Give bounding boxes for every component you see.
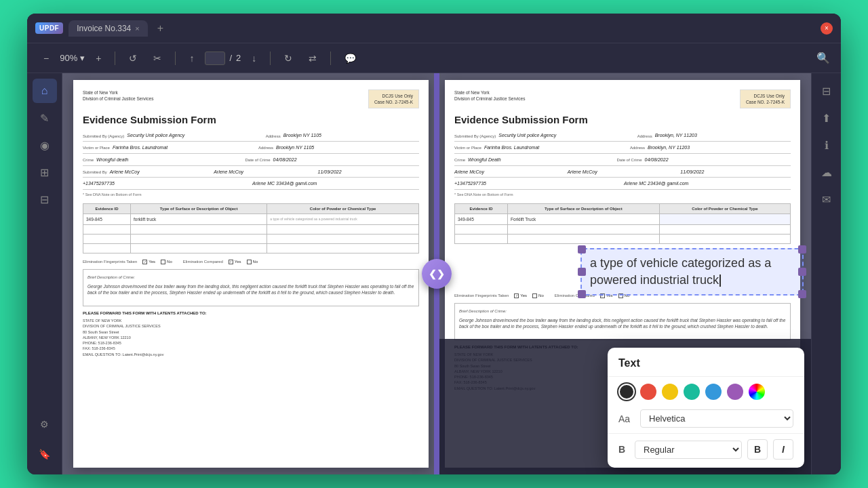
left-elim-no-box[interactable] bbox=[247, 260, 252, 264]
annotation-line2: powered industrial truck bbox=[590, 273, 719, 287]
bold-button[interactable]: B bbox=[747, 439, 768, 460]
right-date2: 11/09/2022 bbox=[680, 169, 791, 176]
italic-button[interactable]: I bbox=[773, 439, 793, 460]
zoom-in-button[interactable]: + bbox=[90, 50, 106, 66]
left-submitted-by-label: Submitted By (Agency) bbox=[83, 134, 124, 139]
font-family-row: Aa Helvetica bbox=[608, 407, 804, 434]
left-fp-no: No bbox=[161, 259, 172, 264]
sidebar-btn-home[interactable]: ⌂ bbox=[33, 79, 57, 103]
left-submittedby2-row: Submitted By Arlene McCoy Arlene McCoy 1… bbox=[83, 169, 419, 178]
left-elim-yes-box[interactable]: ✓ bbox=[229, 260, 233, 264]
zoom-in-icon: + bbox=[96, 53, 101, 64]
left-submitted-by-row: Submitted By (Agency) Security Unit poli… bbox=[83, 132, 419, 142]
right-fp-yes-box[interactable]: ✓ bbox=[514, 293, 519, 298]
left-fp-yes-box[interactable]: ✓ bbox=[142, 260, 147, 264]
left-table-header-id: Evidence ID bbox=[83, 203, 131, 214]
sidebar-btn-cloud[interactable]: ☁ bbox=[814, 160, 839, 184]
search-icon: 🔍 bbox=[816, 52, 830, 64]
title-bar-right: × bbox=[821, 22, 833, 35]
left-desc-label: Brief Description of Crime: bbox=[87, 275, 135, 279]
left-submittedby2-label: Submitted By bbox=[83, 169, 107, 175]
left-evidence-color-1: a type of vehicle categorized as a power… bbox=[267, 214, 419, 225]
sidebar-btn-settings[interactable]: ⚙ bbox=[33, 412, 57, 436]
right-evidence-id-1: 349-845 bbox=[455, 214, 508, 225]
left-table-header-color: Color of Powder or Chemical Type bbox=[267, 203, 419, 214]
sidebar-btn-edit[interactable]: ✎ bbox=[33, 106, 57, 130]
right-form-header: State of New York Division of Criminal J… bbox=[454, 89, 791, 108]
left-forward-email: EMAIL QUESTION TO: Latent.Print@dcjs.ny.… bbox=[83, 352, 419, 357]
zoom-dropdown-icon[interactable]: ▾ bbox=[80, 53, 85, 63]
annotation-handle-tr[interactable] bbox=[798, 245, 806, 253]
left-form-content: State of New York Division of Criminal J… bbox=[73, 80, 429, 363]
app-tab[interactable]: Invoice No.334 × bbox=[68, 20, 148, 37]
annotation-handle-mr[interactable] bbox=[798, 268, 806, 276]
toolbar-divider-3 bbox=[270, 52, 271, 65]
add-tab-button[interactable]: + bbox=[153, 22, 167, 35]
annotation-handle-br[interactable] bbox=[798, 290, 806, 298]
right-submittedby2-row: Arlene McCoy Arlene McCoy 11/09/2022 bbox=[454, 169, 791, 178]
color-red[interactable] bbox=[640, 384, 656, 400]
zoom-out-button[interactable]: − bbox=[38, 50, 54, 66]
toolbar-divider-2 bbox=[175, 52, 176, 65]
right-victim-label: Victim or Place bbox=[454, 145, 481, 150]
right-evidence-color-1 bbox=[659, 214, 790, 225]
left-fp-label: Elimination Fingerprints Taken bbox=[83, 259, 137, 264]
left-description-section: Brief Description of Crime: George Johns… bbox=[83, 269, 419, 306]
rotate-ccw-button[interactable]: ↺ bbox=[123, 50, 142, 66]
comment-button[interactable]: 💬 bbox=[339, 50, 361, 66]
right-evidence-table: Evidence ID Type of Surface or Descripti… bbox=[454, 203, 791, 244]
left-victim-label: Victim or Place bbox=[83, 145, 110, 150]
right-fp-yes-label: Yes bbox=[520, 293, 527, 298]
color-black[interactable] bbox=[618, 384, 635, 400]
left-fp-yes-label: Yes bbox=[149, 259, 155, 264]
annotation-handle-tl[interactable] bbox=[578, 245, 586, 253]
rotate-cw-button[interactable]: ↻ bbox=[279, 50, 298, 66]
font-aa-label: Aa bbox=[618, 413, 635, 424]
right-fp-no: No bbox=[532, 293, 544, 298]
right-fp-label: Elimination Fingerprints Taken bbox=[454, 293, 509, 298]
left-elim-no-label: No bbox=[253, 259, 258, 264]
sidebar-btn-ocr[interactable]: ⊟ bbox=[33, 187, 57, 211]
sidebar-btn-mail[interactable]: ✉ bbox=[814, 187, 839, 211]
left-addr-line2: DIVISION OF CRIMINAL JUSTICE SERVICES bbox=[83, 323, 419, 329]
color-yellow[interactable] bbox=[662, 384, 678, 400]
sidebar-btn-annotate[interactable]: ◉ bbox=[33, 133, 57, 157]
page-number-input[interactable]: 1 bbox=[205, 52, 225, 65]
right-fp-no-box[interactable] bbox=[532, 293, 537, 298]
crop-button[interactable]: ✂ bbox=[148, 50, 167, 66]
color-gradient[interactable] bbox=[749, 384, 765, 400]
left-addr-line1: STATE OF NEW YORK bbox=[83, 318, 419, 323]
annotation-handle-ml[interactable] bbox=[578, 268, 586, 276]
right-table-header-color: Color of Powder or Chemical Type bbox=[659, 203, 790, 214]
color-teal[interactable] bbox=[684, 384, 700, 400]
color-purple[interactable] bbox=[727, 384, 743, 400]
left-fp-no-box[interactable] bbox=[161, 260, 165, 264]
tab-close-button[interactable]: × bbox=[135, 24, 139, 33]
left-elim-yes: ✓ Yes bbox=[229, 259, 241, 264]
flip-button[interactable]: ⇄ bbox=[303, 50, 322, 66]
right-submitted-by-row: Submitted By (Agency) Security Unit poli… bbox=[454, 132, 791, 142]
prev-page-button[interactable]: ↑ bbox=[184, 50, 199, 66]
right-fp-no-label: No bbox=[538, 293, 544, 298]
right-address-value: Brooklyn, NY 11203 bbox=[655, 132, 791, 139]
left-telephone: +13475297735 bbox=[83, 180, 250, 187]
left-table-row-2 bbox=[83, 225, 419, 235]
sidebar-btn-thumbnail[interactable]: ⊟ bbox=[814, 79, 839, 103]
left-form-header: State of New York Division of Criminal J… bbox=[83, 89, 419, 108]
window-close-button[interactable]: × bbox=[821, 22, 833, 35]
left-table-row-3 bbox=[83, 235, 419, 244]
left-date2: 11/09/2022 bbox=[318, 169, 419, 176]
right-submitted-by-value: Security Unit police Agency bbox=[498, 132, 634, 139]
font-style-select[interactable]: Regular bbox=[635, 441, 742, 459]
search-button[interactable]: 🔍 bbox=[816, 52, 830, 64]
sidebar-btn-bookmark[interactable]: 🔖 bbox=[33, 442, 57, 466]
sidebar-btn-info[interactable]: ℹ bbox=[814, 133, 839, 157]
color-blue[interactable] bbox=[705, 384, 722, 400]
sidebar-btn-export[interactable]: ⬆ bbox=[814, 106, 839, 130]
text-annotation-box[interactable]: a type of vehicle categorized as a power… bbox=[580, 248, 804, 296]
nav-circle[interactable]: ❮ ❯ bbox=[422, 259, 452, 289]
annotation-handle-bl[interactable] bbox=[578, 290, 586, 298]
font-family-select[interactable]: Helvetica bbox=[640, 409, 793, 428]
next-page-button[interactable]: ↓ bbox=[246, 50, 262, 66]
sidebar-btn-pages[interactable]: ⊞ bbox=[33, 160, 57, 184]
